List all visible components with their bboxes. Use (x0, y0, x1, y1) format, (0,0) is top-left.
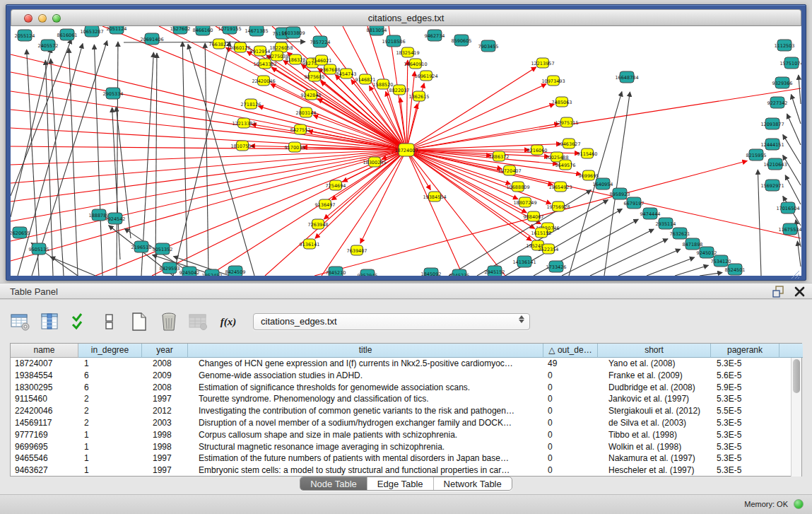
graph-node[interactable]: 8958923 (610, 188, 630, 199)
cell-pagerank[interactable]: 5.5E-5 (711, 405, 779, 417)
cell-title[interactable]: Changes of HCN gene expression and I(f) … (188, 358, 543, 370)
graph-node[interactable]: 12093877 (760, 118, 784, 129)
resize-grip[interactable] (789, 271, 800, 279)
cell-title[interactable]: Estimation of the future numbers of pati… (188, 452, 543, 465)
cell-year[interactable]: 2012 (142, 405, 188, 417)
graph-node[interactable]: 19463627 (557, 139, 580, 148)
graph-node[interactable]: 1952452 (202, 269, 223, 276)
cell-out_degree[interactable]: 0 (543, 417, 598, 429)
cell-title[interactable]: Disruption of a novel member of a sodium… (188, 417, 543, 429)
graph-node[interactable]: 1845092 (421, 268, 442, 276)
table-vertical-scrollbar[interactable] (791, 358, 801, 477)
cell-out_degree[interactable]: 0 (543, 441, 598, 453)
table-row[interactable]: 1830029562008Estimation of significance … (11, 382, 801, 394)
graph-node[interactable]: 16210643 (763, 158, 787, 170)
cell-name[interactable]: 18300295 (11, 382, 78, 394)
cell-name[interactable]: 9465546 (11, 452, 78, 465)
cell-out_degree[interactable]: 0 (543, 465, 598, 477)
graph-node[interactable]: 12444151 (760, 139, 784, 150)
graph-node[interactable]: 10688809 (506, 182, 529, 192)
cell-short[interactable]: Tibbo et al. (1998) (598, 429, 711, 441)
edge[interactable] (32, 40, 107, 276)
graph-node[interactable]: 2620655 (11, 227, 30, 238)
select-all-rows-button[interactable] (69, 312, 90, 332)
cell-short[interactable]: de Silva et al. (2003) (598, 417, 711, 429)
graph-node[interactable]: 18325419 (396, 47, 419, 57)
cell-out_degree[interactable]: 0 (543, 370, 598, 382)
graph-node[interactable]: 8424509 (225, 266, 246, 276)
graph-node[interactable]: 9462734 (425, 30, 445, 41)
cell-year[interactable]: 1997 (142, 465, 188, 477)
column-header-short[interactable]: short (598, 344, 711, 358)
graph-node[interactable]: 7857224 (310, 36, 331, 47)
graph-node[interactable]: 7263948 (308, 219, 329, 229)
cell-name[interactable]: 9463627 (11, 465, 78, 477)
graph-node[interactable]: 8813054 (367, 26, 387, 35)
graph-node[interactable]: 9227342 (767, 97, 788, 108)
table-row[interactable]: 911546021997Tourette syndrome. Phenomeno… (11, 393, 801, 405)
graph-node[interactable]: 9860128 (230, 42, 251, 52)
citation-network-graph[interactable]: 2055124240557286160611065328720511242069… (11, 26, 801, 276)
graph-node[interactable]: 17016504 (776, 202, 799, 214)
graph-node[interactable]: 19756928 (546, 201, 570, 211)
table-row[interactable]: 977716911998Corpus callosum shape and si… (11, 429, 801, 441)
graph-node[interactable]: 18107554 (230, 141, 254, 151)
deselect-rows-button[interactable] (99, 312, 120, 332)
graph-node[interactable]: 9245012 (697, 247, 717, 258)
cell-short[interactable]: Nakamura et al. (1997) (598, 452, 711, 465)
graph-node[interactable]: 9474444 (640, 208, 661, 219)
network-canvas[interactable]: 2055124240557286160611065328720511242069… (11, 26, 801, 276)
cell-title[interactable]: Estimation of significance thresholds fo… (188, 382, 543, 394)
graph-node[interactable]: 8429593 (160, 262, 180, 274)
graph-node[interactable]: 9136141 (300, 239, 320, 249)
edge[interactable] (590, 239, 668, 276)
graph-node[interactable]: 19654923 (548, 182, 572, 192)
cell-in_degree[interactable]: 6 (78, 370, 142, 382)
create-column-button[interactable] (129, 312, 150, 332)
edge[interactable] (45, 60, 53, 276)
graph-node[interactable]: 9329366 (772, 77, 793, 88)
edge[interactable] (315, 150, 406, 238)
column-header-out_degree[interactable]: △ out_de… (543, 344, 598, 358)
table-row[interactable]: 1872400712008Changes of HCN gene express… (11, 358, 801, 370)
graph-node[interactable]: 2935114 (656, 218, 676, 229)
edge[interactable] (94, 45, 102, 276)
graph-node[interactable]: 14671385 (245, 26, 268, 36)
tab-node-table[interactable]: Node Table (300, 477, 367, 490)
column-header-year[interactable]: year (142, 344, 188, 358)
cell-pagerank[interactable]: 5.3E-5 (711, 441, 779, 453)
cell-year[interactable]: 1997 (142, 452, 188, 465)
edge[interactable] (322, 150, 406, 276)
graph-node[interactable]: 15720407 (498, 165, 521, 175)
cell-short[interactable]: Hescheler et al. (1997) (598, 465, 711, 477)
cell-name[interactable]: 22420046 (11, 405, 78, 417)
cell-pagerank[interactable]: 5.3E-5 (711, 429, 779, 441)
graph-node[interactable]: 10719155 (218, 26, 241, 34)
edge[interactable] (205, 43, 208, 276)
graph-node[interactable]: 9875685 (305, 71, 325, 81)
cell-in_degree[interactable]: 1 (78, 452, 142, 465)
graph-node[interactable]: 16961924 (414, 71, 437, 81)
table-row[interactable]: 969969511998Structural magnetic resonanc… (11, 441, 801, 453)
cell-short[interactable]: Wolkin et al. (1998) (598, 441, 711, 453)
cell-year[interactable]: 2003 (142, 417, 188, 429)
cell-in_degree[interactable]: 1 (78, 441, 142, 453)
graph-node[interactable]: 7485063 (552, 97, 572, 107)
cell-out_degree[interactable]: 0 (543, 405, 598, 417)
cell-in_degree[interactable]: 1 (78, 358, 142, 370)
edge[interactable] (27, 49, 39, 276)
cell-short[interactable]: Franke et al. (2009) (598, 370, 711, 382)
delete-table-button[interactable] (188, 312, 209, 332)
graph-node[interactable]: 2055124 (15, 30, 35, 41)
graph-node[interactable]: 2718126 (241, 99, 261, 109)
graph-node[interactable]: 16648784 (615, 71, 638, 83)
cell-pagerank[interactable]: 5.3E-5 (711, 417, 779, 429)
graph-node[interactable]: 8216060 (527, 145, 548, 155)
edge[interactable] (51, 59, 64, 276)
cell-name[interactable]: 14569117 (11, 417, 78, 429)
edge[interactable] (50, 257, 95, 276)
graph-node[interactable]: 8524501 (725, 264, 746, 275)
cell-year[interactable]: 1997 (142, 393, 188, 405)
graph-node[interactable]: 15692971 (760, 180, 784, 191)
graph-node[interactable]: 1640954 (593, 178, 613, 189)
